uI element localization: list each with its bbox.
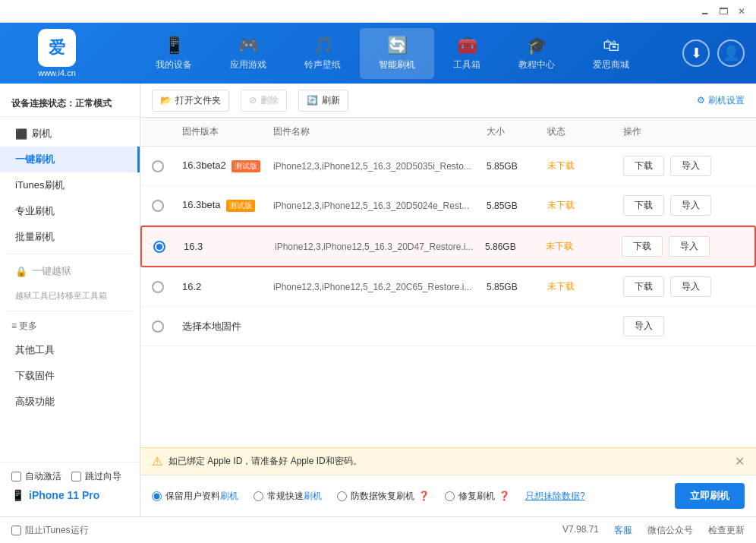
smart-flash-icon: 🔄 xyxy=(387,36,408,55)
status-2: 未下载 xyxy=(547,199,623,212)
option-data-recovery-radio[interactable] xyxy=(337,491,347,501)
flash-now-button[interactable]: 立即刷机 xyxy=(675,483,745,509)
radio-4[interactable] xyxy=(152,281,164,293)
auto-activate-checkbox[interactable] xyxy=(11,472,21,481)
option-keep-data-radio[interactable] xyxy=(152,491,162,501)
sidebar-item-batch-flash[interactable]: 批量刷机 xyxy=(0,224,140,250)
option-data-recovery[interactable]: 防数据恢复刷机 ❓ xyxy=(337,490,430,503)
device-name: iPhone 11 Pro xyxy=(29,489,99,501)
skip-wizard-checkbox[interactable] xyxy=(71,472,81,481)
sidebar-bottom: 自动激活 跳过向导 📱 iPhone 11 Pro xyxy=(0,462,140,509)
status-3: 未下载 xyxy=(546,240,622,253)
nav-tutorial[interactable]: 🎓 教程中心 xyxy=(499,28,574,79)
delete-button[interactable]: ⊘ 删除 xyxy=(241,90,287,112)
refresh-label: 刷新 xyxy=(322,94,340,107)
sidebar-item-download-firmware[interactable]: 下载固件 xyxy=(0,363,140,389)
nav-apps-games[interactable]: 🎮 应用游戏 xyxy=(211,28,285,79)
firmware-table: 固件版本 固件名称 大小 状态 操作 16.3beta2 测试版 iPhone1… xyxy=(140,118,756,447)
version-4: 16.2 xyxy=(182,281,273,292)
notice-close-button[interactable]: ✕ xyxy=(735,454,745,469)
sidebar-item-flash[interactable]: ⬛ 刷机 xyxy=(0,121,140,147)
open-folder-button[interactable]: 📂 打开文件夹 xyxy=(152,90,229,112)
tutorial-icon: 🎓 xyxy=(527,36,547,55)
size-2: 5.85GB xyxy=(487,200,547,211)
auto-activate-row: 自动激活 跳过向导 xyxy=(11,470,128,483)
sidebar-item-itunes-flash[interactable]: iTunes刷机 xyxy=(0,172,140,198)
sidebar: 设备连接状态：正常模式 ⬛ 刷机 一键刷机 iTunes刷机 专业刷机 批量刷机… xyxy=(0,84,140,516)
download-btn-1[interactable]: 下载 xyxy=(623,156,664,176)
nav-toolbox[interactable]: 🧰 工具箱 xyxy=(434,28,499,79)
radio-2[interactable] xyxy=(152,200,164,212)
maximize-button[interactable]: 🗖 xyxy=(715,3,732,20)
version-1: 16.3beta2 测试版 xyxy=(182,159,273,172)
settings-label: 刷机设置 xyxy=(708,94,745,107)
minimize-button[interactable]: 🗕 xyxy=(697,3,713,20)
settings-button[interactable]: ⚙ 刷机设置 xyxy=(697,94,745,107)
status-value: 正常模式 xyxy=(75,98,112,109)
jailbreak-moved-label: 越狱工具已转移至工具箱 xyxy=(15,290,107,301)
actions-2: 下载 导入 xyxy=(623,195,745,216)
check-update-link[interactable]: 检查更新 xyxy=(708,524,745,537)
user-btn[interactable]: 👤 xyxy=(717,39,745,67)
logo-site: www.i4.cn xyxy=(38,68,76,77)
sidebar-item-other-tools[interactable]: 其他工具 xyxy=(0,337,140,363)
radio-local[interactable] xyxy=(152,320,164,333)
prevent-itunes-checkbox[interactable] xyxy=(11,526,21,535)
sidebar-item-advanced[interactable]: 高级功能 xyxy=(0,389,140,415)
option-normal-fast[interactable]: 常规快速刷机 xyxy=(254,490,322,503)
pro-label: 专业刷机 xyxy=(15,204,55,218)
nav-my-device[interactable]: 📱 我的设备 xyxy=(137,28,211,79)
actions-local: 导入 xyxy=(623,316,745,336)
wechat-link[interactable]: 微信公众号 xyxy=(647,524,693,537)
download-btn[interactable]: ⬇ xyxy=(682,39,710,67)
skip-wizard-label: 跳过向导 xyxy=(85,470,121,483)
delete-label: 删除 xyxy=(260,94,279,107)
import-btn-3[interactable]: 导入 xyxy=(669,236,710,257)
title-bar: 🗕 🗖 ✕ xyxy=(0,0,756,23)
download-btn-2[interactable]: 下载 xyxy=(623,195,664,216)
option-repair[interactable]: 修复刷机 ❓ xyxy=(445,490,510,503)
repair-help-icon[interactable]: ❓ xyxy=(499,491,510,501)
toolbox-label: 工具箱 xyxy=(453,58,480,71)
size-4: 5.85GB xyxy=(487,282,547,292)
badge-1: 测试版 xyxy=(232,160,260,172)
download-btn-4[interactable]: 下载 xyxy=(623,276,664,297)
radio-3[interactable] xyxy=(153,241,165,253)
data-recovery-help-icon[interactable]: ❓ xyxy=(418,491,430,501)
nav-smart-flash[interactable]: 🔄 智能刷机 xyxy=(360,28,434,79)
option-normal-fast-radio[interactable] xyxy=(254,491,263,501)
warning-icon: ⚠ xyxy=(152,454,162,469)
open-folder-label: 打开文件夹 xyxy=(175,94,221,107)
status-label: 设备连接状态： xyxy=(11,98,75,109)
radio-1[interactable] xyxy=(152,160,164,172)
refresh-button[interactable]: 🔄 刷新 xyxy=(298,90,348,112)
sidebar-item-pro-flash[interactable]: 专业刷机 xyxy=(0,198,140,224)
erase-data-link[interactable]: 只想抹除数据? xyxy=(525,490,585,503)
import-btn-1[interactable]: 导入 xyxy=(670,156,711,176)
status-1: 未下载 xyxy=(547,159,623,172)
status-bar-right: V7.98.71 客服 微信公众号 检查更新 xyxy=(562,524,745,537)
option-keep-data[interactable]: 保留用户资料刷机 xyxy=(152,490,238,503)
download-btn-3[interactable]: 下载 xyxy=(622,236,663,257)
sidebar-item-jailbreak[interactable]: 🔒 一键越狱 xyxy=(0,258,140,284)
nav-aisi-store[interactable]: 🛍 爱思商城 xyxy=(574,28,648,79)
firmware-row-1: 16.3beta2 测试版 iPhone12,3,iPhone12,5_16.3… xyxy=(140,147,756,186)
store-label: 爱思商城 xyxy=(593,58,629,71)
option-repair-radio[interactable] xyxy=(445,491,455,501)
import-btn-local[interactable]: 导入 xyxy=(623,316,664,336)
sidebar-item-one-key-flash[interactable]: 一键刷机 xyxy=(0,147,140,172)
support-link[interactable]: 客服 xyxy=(614,524,632,537)
option-repair-label: 修复刷机 xyxy=(458,490,495,503)
import-btn-4[interactable]: 导入 xyxy=(670,276,711,297)
col-version: 固件版本 xyxy=(182,125,273,138)
prevent-itunes-row: 阻止iTunes运行 xyxy=(11,524,89,537)
logo: 爱 www.i4.cn xyxy=(11,29,102,77)
import-btn-2[interactable]: 导入 xyxy=(670,195,711,216)
sidebar-divider-1 xyxy=(8,254,132,254)
nav-ringtones[interactable]: 🎵 铃声壁纸 xyxy=(285,28,360,79)
notice-bar: ⚠ 如已绑定 Apple ID，请准备好 Apple ID和密码。 ✕ xyxy=(140,447,756,475)
close-button[interactable]: ✕ xyxy=(733,3,750,20)
option-normal-fast-label: 常规快速刷机 xyxy=(267,490,322,503)
header-right: ⬇ 👤 xyxy=(682,39,745,67)
firmware-row-4: 16.2 iPhone12,3,iPhone12,5_16.2_20C65_Re… xyxy=(140,267,756,307)
